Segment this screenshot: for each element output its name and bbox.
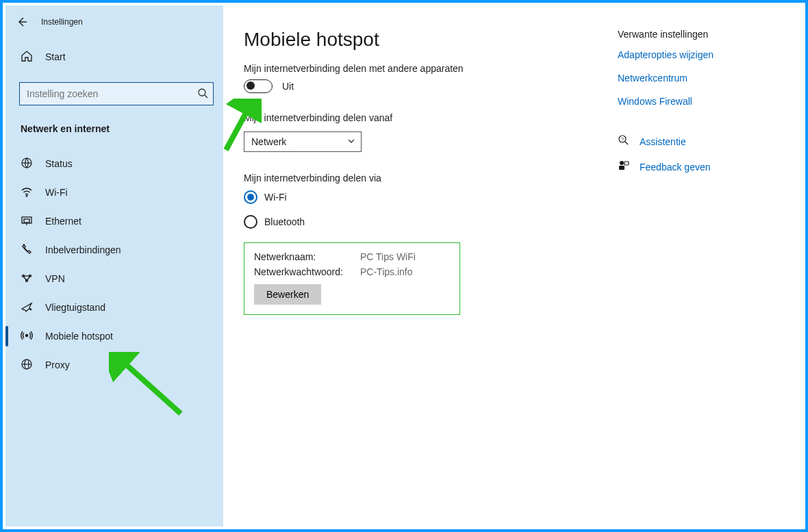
- svg-line-24: [625, 142, 628, 144]
- svg-line-18: [27, 276, 30, 281]
- nav-label: Vliegtuigstand: [45, 302, 105, 313]
- airplane-icon: [21, 301, 33, 315]
- select-value: Netwerk: [251, 136, 286, 147]
- svg-rect-11: [24, 219, 29, 223]
- app-title: Instellingen: [41, 17, 83, 27]
- help-feedback[interactable]: Feedback geven: [618, 160, 782, 174]
- nav-item-mobile-hotspot[interactable]: Mobiele hotspot: [5, 322, 223, 351]
- nav-label: VPN: [45, 273, 65, 284]
- svg-point-26: [620, 161, 624, 165]
- help-icon: ?: [618, 134, 640, 149]
- chevron-down-icon: [347, 136, 355, 147]
- nav-item-ethernet[interactable]: Ethernet: [5, 207, 223, 236]
- link-assist[interactable]: Assistentie: [640, 136, 686, 147]
- network-password-label: Netwerkwachtwoord:: [254, 266, 360, 277]
- feedback-icon: [618, 160, 640, 174]
- network-name-value: PC Tips WiFi: [360, 251, 450, 262]
- window-frame: Instellingen Start Netwerk en internet: [0, 0, 808, 532]
- dialup-icon: [21, 243, 33, 257]
- link-feedback[interactable]: Feedback geven: [640, 162, 711, 173]
- nav-item-start[interactable]: Start: [5, 42, 223, 71]
- search-icon: [197, 88, 208, 101]
- help-assist[interactable]: ? Assistentie: [618, 134, 782, 149]
- ethernet-icon: [21, 214, 33, 229]
- share-toggle[interactable]: [244, 79, 273, 93]
- section-label: Netwerk en internet: [21, 123, 223, 134]
- edit-button[interactable]: Bewerken: [254, 284, 321, 305]
- nav-label: Proxy: [45, 359, 70, 370]
- svg-rect-27: [619, 166, 624, 170]
- status-icon: [21, 157, 33, 171]
- svg-point-5: [199, 89, 205, 96]
- share-from-select[interactable]: Netwerk: [244, 131, 362, 152]
- home-icon: [21, 50, 33, 64]
- nav-list: Status Wi-Fi Ethernet: [5, 149, 223, 379]
- network-password-value: PC-Tips.info: [360, 266, 450, 277]
- nav-item-airplane[interactable]: Vliegtuigstand: [5, 293, 223, 322]
- network-name-label: Netwerknaam:: [254, 251, 360, 262]
- hotspot-icon: [21, 329, 33, 344]
- nav-label: Inbelverbindingen: [45, 244, 121, 255]
- radio-bluetooth-label: Bluetooth: [264, 216, 305, 227]
- nav-item-proxy[interactable]: Proxy: [5, 351, 223, 379]
- proxy-icon: [21, 358, 33, 372]
- back-button[interactable]: [8, 11, 36, 33]
- share-from-heading: Mijn internetverbinding delen vanaf: [244, 112, 604, 123]
- svg-line-6: [205, 95, 207, 98]
- radio-wifi[interactable]: Wi-Fi: [244, 190, 604, 204]
- sidebar-titlebar: Instellingen: [5, 11, 223, 33]
- search-container: [19, 82, 214, 105]
- link-adapter-options[interactable]: Adapteropties wijzigen: [618, 49, 782, 60]
- nav-item-dialup[interactable]: Inbelverbindingen: [5, 236, 223, 264]
- toggle-state-label: Uit: [282, 81, 294, 92]
- sidebar: Instellingen Start Netwerk en internet: [5, 5, 223, 527]
- nav-item-wifi[interactable]: Wi-Fi: [5, 178, 223, 207]
- main-content: Mobiele hotspot Mijn internetverbinding …: [223, 5, 803, 527]
- nav-label: Ethernet: [45, 216, 81, 227]
- link-windows-firewall[interactable]: Windows Firewall: [618, 96, 782, 107]
- svg-text:?: ?: [621, 137, 624, 142]
- svg-rect-28: [624, 162, 629, 165]
- nav-item-status[interactable]: Status: [5, 149, 223, 178]
- search-input[interactable]: [19, 82, 214, 105]
- vpn-icon: [21, 272, 33, 286]
- share-via-heading: Mijn internetverbinding delen via: [244, 173, 604, 183]
- related-settings: Verwante instellingen Adapteropties wijz…: [618, 29, 782, 520]
- radio-bluetooth[interactable]: Bluetooth: [244, 215, 604, 229]
- nav-label: Wi-Fi: [45, 187, 68, 198]
- nav-label-start: Start: [45, 51, 66, 62]
- svg-point-9: [26, 195, 27, 197]
- link-network-center[interactable]: Netwerkcentrum: [618, 73, 782, 84]
- svg-point-19: [26, 334, 28, 336]
- share-heading: Mijn internetverbinding delen met andere…: [244, 63, 604, 74]
- related-heading: Verwante instellingen: [618, 29, 782, 40]
- network-info-box: Netwerknaam: PC Tips WiFi Netwerkwachtwo…: [244, 242, 460, 315]
- toggle-knob: [247, 81, 255, 90]
- nav-label: Mobiele hotspot: [45, 331, 113, 342]
- nav-label: Status: [45, 158, 73, 169]
- page-title: Mobiele hotspot: [244, 29, 604, 51]
- nav-item-vpn[interactable]: VPN: [5, 264, 223, 293]
- wifi-icon: [21, 186, 33, 200]
- radio-wifi-label: Wi-Fi: [264, 192, 287, 203]
- svg-line-17: [23, 276, 27, 281]
